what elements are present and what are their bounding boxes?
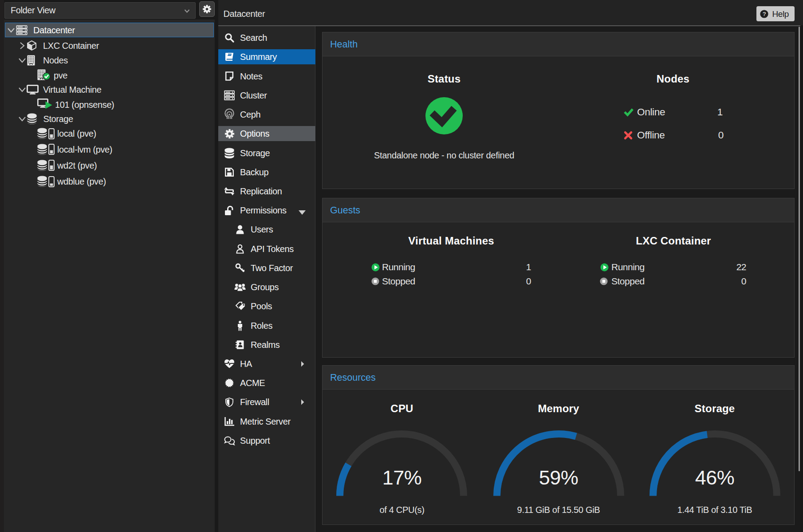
svg-text:?: ? (762, 11, 766, 17)
